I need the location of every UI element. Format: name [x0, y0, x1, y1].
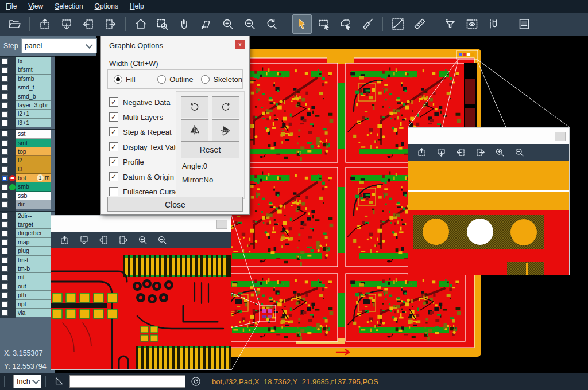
rotate-cw-button[interactable] — [181, 96, 208, 118]
layer-checkbox[interactable] — [2, 301, 8, 307]
layer-checkbox[interactable] — [2, 310, 8, 316]
pan-hand-button[interactable] — [175, 14, 194, 34]
magnifier-window-left[interactable] — [51, 215, 231, 370]
checkbox-icon[interactable]: ✓ — [109, 142, 118, 151]
magnifier-window-right[interactable] — [408, 127, 570, 275]
layer-checkbox[interactable] — [2, 221, 8, 228]
layer-checkbox[interactable] — [2, 175, 8, 181]
layer-row-bfsmb[interactable]: bfsmb — [0, 75, 55, 83]
check-negative-data[interactable]: ✓Negative Data — [109, 95, 184, 110]
layer-row-tm-b[interactable]: tm-b — [0, 264, 55, 273]
layer-chip[interactable]: ssb — [16, 192, 51, 200]
layer-row-target[interactable]: target — [0, 220, 55, 229]
shift-view-up-button[interactable] — [35, 14, 55, 34]
layer-checkbox[interactable] — [2, 67, 8, 73]
layer-row-ssb[interactable]: ssb — [0, 192, 55, 200]
filter-button[interactable] — [440, 14, 460, 34]
zoom-window-button[interactable] — [153, 14, 172, 34]
layer-chip[interactable]: via — [16, 309, 51, 317]
layer-row-l2+1[interactable]: l2+1 — [0, 110, 55, 118]
layer-chip[interactable]: l2+1 — [16, 110, 51, 118]
layer-chip[interactable]: pth — [16, 291, 51, 299]
window-button[interactable] — [555, 132, 566, 141]
layer-active-indicator[interactable] — [9, 184, 16, 190]
check-multi-layers[interactable]: ✓Multi Layers — [109, 110, 184, 124]
layer-chip[interactable]: mt — [16, 273, 51, 282]
menu-selection[interactable]: Selection — [49, 0, 88, 13]
layer-chip[interactable]: layer_3.gbr — [16, 101, 51, 110]
layer-checkbox[interactable] — [2, 239, 8, 245]
menu-options[interactable]: Options — [89, 0, 124, 13]
layer-checkbox[interactable] — [2, 283, 8, 290]
layer-chip[interactable]: dir — [16, 200, 51, 209]
layer-chip[interactable]: top — [16, 147, 51, 156]
checkbox-icon[interactable]: ✓ — [109, 98, 118, 107]
check-profile[interactable]: ✓Profile — [109, 154, 184, 169]
menu-file[interactable]: File — [0, 0, 22, 13]
mag-shift-down-button[interactable] — [433, 145, 449, 161]
menu-view[interactable]: View — [22, 0, 49, 13]
layers-panel-button[interactable] — [514, 14, 534, 34]
layer-row-fx[interactable]: fx — [0, 57, 55, 65]
layer-row-bot[interactable]: bot1⊞ — [0, 174, 55, 182]
mag-zoom-out-button[interactable] — [511, 145, 527, 161]
layer-checkbox[interactable] — [2, 248, 8, 254]
window-button[interactable] — [216, 220, 227, 229]
layer-checkbox[interactable] — [2, 111, 8, 118]
check-step-repeat[interactable]: ✓Step & Repeat — [109, 124, 184, 139]
layer-row-layer_3.gbr[interactable]: layer_3.gbr — [0, 101, 55, 110]
layer-checkbox[interactable] — [2, 184, 8, 190]
layer-chip[interactable]: fx — [16, 57, 51, 65]
layer-checkbox[interactable] — [2, 84, 8, 91]
radio-icon[interactable] — [114, 75, 122, 84]
mag-shift-down-button[interactable] — [76, 232, 92, 248]
layer-checkbox[interactable] — [2, 193, 8, 199]
snap-button[interactable] — [484, 14, 504, 34]
layer-row-mt[interactable]: mt — [0, 273, 55, 282]
layer-chip[interactable]: out — [16, 282, 51, 291]
rotate-ccw-button[interactable] — [212, 96, 239, 118]
clear-highlight-button[interactable] — [358, 14, 377, 34]
reset-button[interactable]: Reset — [181, 141, 239, 158]
layer-checkbox[interactable] — [2, 149, 8, 155]
radio-fill[interactable]: Fill — [114, 75, 152, 84]
shift-view-down-button[interactable] — [57, 14, 76, 34]
layer-row-2dir--[interactable]: 2dir-- — [0, 212, 55, 220]
mag-zoom-out-button[interactable] — [154, 232, 170, 248]
layer-chip[interactable]: smd_b — [16, 92, 51, 101]
layer-row-l3+1[interactable]: l3+1 — [0, 119, 55, 127]
rect-select-button[interactable] — [314, 14, 334, 34]
layer-checkbox[interactable] — [2, 201, 8, 208]
zoom-out-button[interactable] — [240, 14, 260, 34]
zoom-in-button[interactable] — [218, 14, 238, 34]
layer-row-out[interactable]: out — [0, 282, 55, 291]
layer-row-smb[interactable]: smb — [0, 182, 55, 191]
layer-checkbox[interactable] — [2, 140, 8, 146]
layer-row-smd_t[interactable]: smd_t — [0, 83, 55, 92]
checkbox-icon[interactable]: ✓ — [109, 157, 118, 166]
mirror-horizontal-button[interactable] — [181, 119, 208, 141]
layer-chip[interactable]: bfsmt — [16, 65, 51, 74]
dynamic-pan-button[interactable] — [196, 14, 216, 34]
layer-chip[interactable]: plug — [16, 247, 51, 255]
layer-checkbox[interactable] — [2, 131, 8, 137]
layer-chip[interactable]: npt — [16, 300, 51, 309]
radio-skeleton[interactable]: Skeleton — [201, 75, 242, 84]
layer-checkbox[interactable] — [2, 93, 8, 100]
angle-mode-icon[interactable] — [53, 375, 66, 388]
poly-select-button[interactable] — [336, 14, 355, 34]
layer-row-npt[interactable]: npt — [0, 300, 55, 309]
select-tool-button[interactable] — [292, 14, 312, 34]
mag-shift-left-button[interactable] — [452, 145, 469, 161]
layer-checkbox[interactable] — [2, 102, 8, 108]
layer-row-map[interactable]: map — [0, 238, 55, 247]
layer-row-smt[interactable]: smt — [0, 139, 55, 147]
layer-row-via[interactable]: via — [0, 309, 55, 317]
mag-shift-up-button[interactable] — [56, 232, 72, 248]
shift-view-left-button[interactable] — [79, 14, 98, 34]
layer-chip[interactable]: bot1⊞ — [16, 174, 51, 182]
zoom-previous-button[interactable] — [262, 14, 281, 34]
measure-point-button[interactable] — [388, 14, 408, 34]
layer-row-dir[interactable]: dir — [0, 200, 55, 209]
layer-checkbox[interactable] — [2, 166, 8, 173]
